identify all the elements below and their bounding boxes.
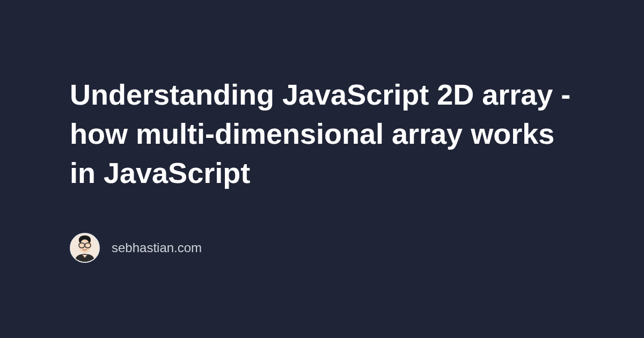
author-row: sebhastian.com (70, 233, 574, 263)
page-title: Understanding JavaScript 2D array - how … (70, 75, 574, 193)
avatar (70, 233, 100, 263)
site-name: sebhastian.com (112, 240, 202, 255)
